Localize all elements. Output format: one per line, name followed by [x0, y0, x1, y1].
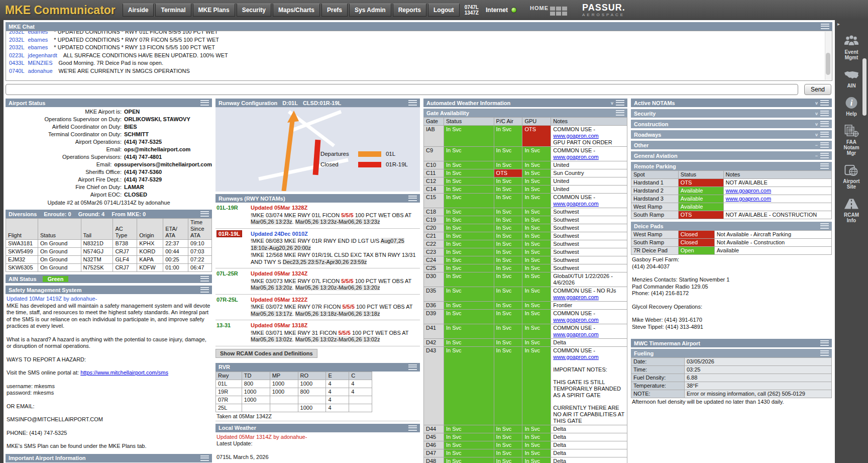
panel-title: RVR [219, 364, 230, 370]
chevron-down-icon[interactable]: v [815, 122, 818, 127]
gate-status-cell: In Svc [494, 310, 522, 324]
deice-pads-header: Deice Pads [631, 222, 832, 230]
menu-icon[interactable] [200, 287, 209, 293]
nav-reports[interactable]: Reports [393, 4, 426, 17]
link[interactable]: www.goapron.com [553, 331, 599, 337]
chevron-down-icon[interactable]: v [815, 132, 818, 137]
gate-row: C12In SvcIn SvcIn SvcUnited [424, 177, 627, 186]
main-content: MKE Chat 2032Lebarnes* UPDATED CONDITION… [4, 20, 835, 463]
menu-icon[interactable] [821, 24, 829, 29]
closed-label: CLSD: [303, 100, 320, 106]
tool-ain[interactable]: AIN [840, 68, 863, 88]
tool-rcam-info[interactable]: RCAM Info [840, 197, 863, 223]
note-line: COMMON USE - NO RJs [553, 288, 625, 294]
menu-icon[interactable] [820, 100, 829, 106]
menu-icon[interactable] [200, 455, 209, 461]
chat-input[interactable] [6, 84, 798, 95]
gate-row: C19In SvcIn SvcIn SvcSouthwest [424, 216, 627, 224]
runway-id: 13-31 [216, 322, 231, 328]
menu-icon[interactable] [408, 196, 417, 201]
gate-id: C11 [424, 169, 444, 177]
show-rcam-button[interactable]: Show RCAM Codes and Definitions [215, 349, 317, 358]
runway-id-cell: 01L-19R [216, 205, 248, 226]
link[interactable]: www.goapron.com [553, 294, 599, 300]
menu-icon[interactable] [820, 111, 829, 116]
app-window: MKE Communicator AirsideTerminalMKE Plan… [0, 0, 868, 463]
airport-status-panel: Airport Status MKE Airport is:OPENOperat… [6, 99, 212, 207]
nav-logout[interactable]: Logout [428, 4, 460, 17]
chevron-down-icon[interactable]: v [815, 111, 818, 116]
nav-terminal[interactable]: Terminal [155, 4, 191, 17]
note-line: Delta [553, 434, 625, 440]
gate-notes: COMMON USE - www.goapron.comIMPORTANT NO… [551, 347, 627, 425]
runway-notam-entry: 13-31Updated 05Mar 1318Z!MKE 03/071 MKE … [215, 320, 420, 346]
menu-icon[interactable] [408, 364, 417, 370]
remote-parking-table: SpotStatusNotes Hardstand 1OTSNOT AVAILA… [631, 170, 832, 219]
link[interactable]: www.goapron.com [553, 201, 599, 207]
menu-icon[interactable] [820, 153, 829, 158]
mwc-panel: MWC Timmerman Airport [631, 339, 832, 347]
nav-airside[interactable]: Airside [123, 4, 154, 17]
nav-sys-admin[interactable]: Sys Admin [349, 4, 391, 17]
menu-icon[interactable] [200, 100, 209, 106]
menu-icon[interactable] [820, 132, 829, 137]
gate-status-cell: In Svc [444, 169, 494, 177]
gate-status-cell: In Svc [494, 433, 522, 441]
chevron-down-icon[interactable]: v [815, 101, 818, 106]
menu-icon[interactable] [408, 100, 417, 106]
menu-icon[interactable] [820, 142, 829, 148]
menu-icon[interactable] [820, 340, 829, 346]
gate-status-cell: In Svc [522, 169, 551, 177]
notam-section: Other− [631, 141, 832, 149]
link[interactable]: www.goapron.com [553, 154, 599, 160]
chat-compose-row: Send [6, 84, 831, 95]
tool-event-mgmt[interactable]: Event Mgmt [840, 34, 863, 60]
home-button[interactable]: HOME [530, 5, 567, 16]
menu-icon[interactable] [820, 350, 829, 356]
tool-airport-site[interactable]: Airport Site [840, 163, 863, 190]
highlighted-dates: Mar05,26 13:20z [251, 285, 292, 291]
collapse-arrow-icon[interactable]: ▸ [837, 21, 840, 27]
menu-icon[interactable] [200, 211, 209, 217]
menu-icon[interactable] [408, 425, 417, 431]
link[interactable]: www.goapron.com [726, 188, 772, 194]
gate-status-cell: In Svc [494, 457, 522, 463]
tool-help[interactable]: iHelp [840, 96, 863, 117]
menu-icon[interactable] [616, 110, 624, 116]
chat-log[interactable]: 2032Lebarnes* UPDATED CONDITIONS * RWY 0… [6, 31, 832, 81]
link[interactable]: https://www.mitchellairport.com/sms [80, 369, 168, 376]
scrollbar-thumb[interactable] [826, 53, 830, 75]
menu-icon[interactable] [820, 163, 829, 169]
chat-text: WE'RE ARE CURRENTLY IN SMGCS OPERATIONS [59, 68, 190, 74]
help-icon: i [843, 96, 859, 110]
local-weather-panel: Local Weather Updated 05Mar 1314Z by ado… [215, 424, 420, 463]
gate-status-cell: In Svc [494, 147, 522, 161]
nav-maps-charts[interactable]: Maps/Charts [273, 4, 320, 17]
menu-icon[interactable] [616, 100, 624, 106]
menu-icon[interactable] [820, 223, 829, 229]
text-line [7, 363, 211, 369]
chat-scrollbar[interactable] [825, 32, 831, 80]
link[interactable]: www.goapron.com [553, 354, 599, 360]
nav-mke-plans[interactable]: MKE Plans [193, 4, 235, 17]
window-scrollbar[interactable] [862, 58, 866, 116]
gate-status-cell: In Svc [444, 216, 494, 224]
menu-icon[interactable] [200, 276, 209, 282]
link[interactable]: www.goapron.com [553, 317, 599, 323]
nav-prefs[interactable]: Prefs [321, 4, 348, 17]
chevron-down-icon[interactable]: v [611, 101, 613, 106]
gate-id: C18 [424, 208, 444, 216]
chat-user: ebarnes [28, 37, 48, 43]
chevron-down-icon[interactable]: − [815, 143, 818, 148]
tool-faa-notam-mgr[interactable]: FAA Notam Mgr [840, 124, 863, 156]
link[interactable]: www.goapron.com [553, 133, 599, 139]
link[interactable]: www.goapron.com [726, 196, 772, 202]
note-line: United [553, 178, 625, 184]
highlighted-dates: Mar05,26 13:02z [251, 336, 292, 342]
send-button[interactable]: Send [804, 84, 831, 95]
updated-timestamp: Updated 05Mar 1318Z [251, 322, 419, 329]
chevron-down-icon[interactable]: − [815, 153, 818, 158]
nav-security[interactable]: Security [237, 4, 271, 17]
field-label: NOTE: [631, 390, 685, 398]
menu-icon[interactable] [820, 121, 829, 127]
